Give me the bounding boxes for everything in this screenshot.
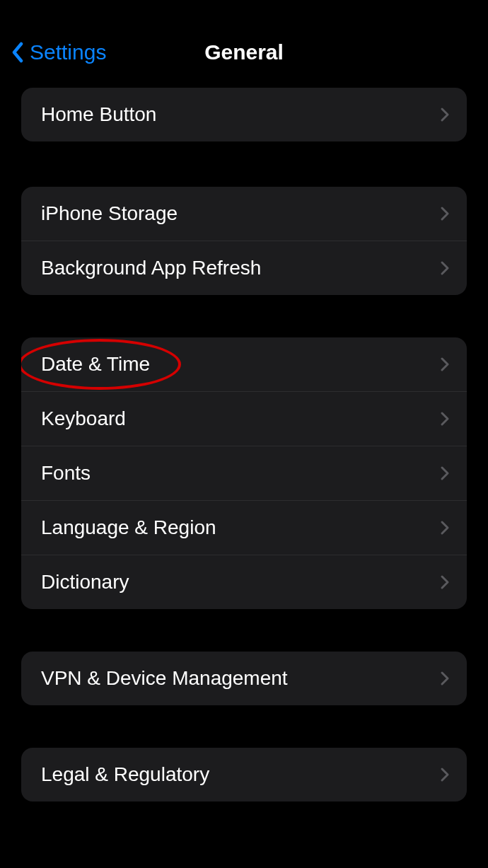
- row-legal-regulatory[interactable]: Legal & Regulatory: [21, 748, 467, 802]
- group-vpn: VPN & Device Management: [21, 652, 467, 705]
- row-label: Date & Time: [41, 353, 150, 376]
- navbar: Settings General: [0, 0, 488, 83]
- row-iphone-storage[interactable]: iPhone Storage: [21, 187, 467, 241]
- chevron-right-icon: [440, 671, 450, 686]
- row-label: iPhone Storage: [41, 202, 178, 225]
- row-background-app-refresh[interactable]: Background App Refresh: [21, 241, 467, 295]
- row-label: Dictionary: [41, 571, 129, 594]
- group-storage: iPhone Storage Background App Refresh: [21, 187, 467, 295]
- group-legal: Legal & Regulatory: [21, 748, 467, 802]
- row-fonts[interactable]: Fonts: [21, 446, 467, 500]
- row-label: Background App Refresh: [41, 257, 261, 279]
- back-button[interactable]: Settings: [10, 40, 106, 64]
- chevron-right-icon: [440, 357, 450, 372]
- row-dictionary[interactable]: Dictionary: [21, 555, 467, 609]
- row-keyboard[interactable]: Keyboard: [21, 391, 467, 446]
- row-vpn-device-management[interactable]: VPN & Device Management: [21, 652, 467, 705]
- chevron-right-icon: [440, 465, 450, 481]
- row-label: VPN & Device Management: [41, 667, 288, 690]
- content: Home Button iPhone Storage Background Ap…: [0, 88, 488, 802]
- row-label: Keyboard: [41, 407, 126, 430]
- row-label: Language & Region: [41, 516, 216, 539]
- chevron-right-icon: [440, 260, 450, 276]
- page-title: General: [204, 40, 284, 64]
- row-home-button[interactable]: Home Button: [21, 88, 467, 141]
- chevron-right-icon: [440, 767, 450, 782]
- chevron-right-icon: [440, 107, 450, 122]
- back-label: Settings: [30, 40, 106, 64]
- row-language-region[interactable]: Language & Region: [21, 500, 467, 555]
- chevron-right-icon: [440, 206, 450, 221]
- chevron-left-icon: [10, 42, 25, 63]
- row-label: Legal & Regulatory: [41, 763, 209, 786]
- chevron-right-icon: [440, 411, 450, 427]
- group-home: Home Button: [21, 88, 467, 141]
- row-label: Fonts: [41, 462, 91, 485]
- chevron-right-icon: [440, 574, 450, 590]
- row-date-time[interactable]: Date & Time: [21, 337, 467, 391]
- chevron-right-icon: [440, 520, 450, 536]
- row-label: Home Button: [41, 103, 156, 126]
- group-system: Date & Time Keyboard Fonts Language & Re…: [21, 337, 467, 609]
